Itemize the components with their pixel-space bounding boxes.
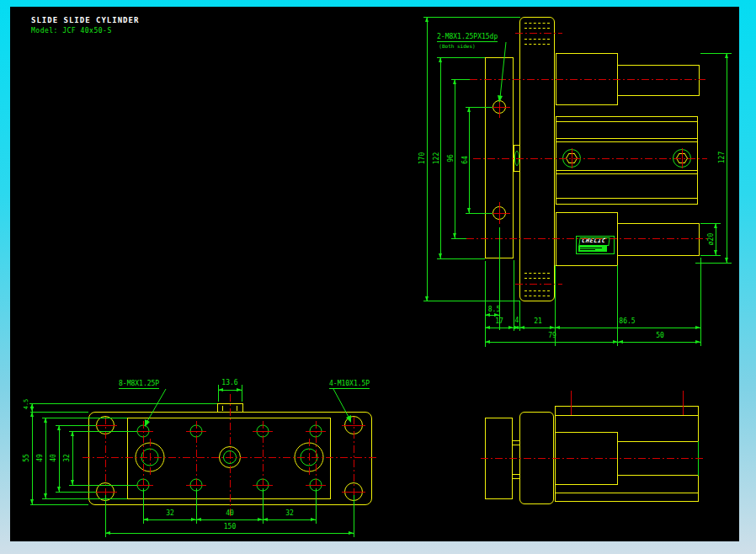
crosshair	[342, 492, 365, 493]
hidden-thread-line	[524, 278, 550, 279]
dim-line-8-5	[485, 315, 499, 316]
ext-line	[29, 403, 217, 404]
rod-line	[617, 441, 698, 442]
tab-line	[513, 445, 519, 445]
centerline-rod-top	[470, 79, 705, 80]
dim-line-32c	[263, 519, 316, 520]
dim-text: ø20	[708, 233, 715, 245]
hole-axis	[354, 417, 354, 502]
slide-table-outline	[519, 17, 555, 301]
crosshair	[499, 96, 500, 118]
hidden-thread-line	[524, 273, 550, 274]
dim-line-49	[45, 418, 46, 498]
crosshair	[186, 485, 206, 486]
dim-text: 4.5	[24, 399, 29, 410]
dim-line-55	[32, 412, 33, 504]
nameplate-text-bar	[578, 246, 607, 252]
dim-text: 8.5	[488, 306, 500, 313]
thread-callout: 2-M8X1.25PX15dp	[437, 34, 498, 42]
body-line	[556, 173, 697, 174]
dim-text: 64	[462, 156, 469, 164]
hole-axis	[105, 417, 106, 502]
dim-line-40b	[196, 519, 263, 520]
body-line	[556, 415, 698, 416]
ext-line	[30, 504, 88, 505]
piston-rod-top	[617, 65, 700, 96]
dim-line-21	[519, 328, 555, 328]
ext-line	[700, 223, 721, 224]
centerline-v	[230, 394, 231, 516]
ext-line	[466, 107, 492, 108]
port-axis	[571, 391, 572, 415]
ext-line	[42, 418, 127, 418]
dim-text: 13.6	[221, 380, 237, 386]
dim-line-40	[59, 425, 60, 492]
port-axis	[683, 391, 684, 415]
model-label: Model: JCF 40x50-S	[31, 28, 112, 35]
dim-text: 32	[64, 454, 71, 462]
ext-line	[56, 492, 96, 493]
crosshair	[342, 425, 365, 426]
ext-line	[423, 17, 520, 18]
dim-text: 32	[166, 510, 174, 517]
crosshair	[186, 431, 206, 432]
piston-rod-low	[617, 223, 700, 256]
dim-line-86-5	[555, 328, 700, 328]
crosshair	[253, 485, 273, 486]
bore-axis	[309, 439, 310, 477]
ext-line	[423, 301, 520, 301]
body-line	[556, 170, 697, 171]
dim-line-170	[427, 17, 428, 301]
ext-line	[700, 255, 721, 256]
dim-text: 86.5	[619, 318, 635, 325]
dim-text: 122	[434, 152, 440, 164]
tab-line	[513, 440, 519, 441]
centerline-rod-low	[466, 238, 709, 239]
centerline	[515, 33, 562, 34]
dim-line-17	[485, 328, 514, 328]
body-line	[556, 138, 697, 139]
ext-line	[69, 485, 137, 486]
dim-text: 40	[51, 454, 57, 462]
ext-line	[617, 265, 618, 346]
dim-line-32	[72, 431, 73, 485]
crosshair	[306, 431, 326, 432]
crosshair	[93, 425, 117, 426]
crosshair	[253, 431, 273, 432]
m8-callout: 8-M8X1.25P	[119, 381, 159, 389]
notch-mark	[237, 406, 237, 411]
dim-line-96	[455, 79, 455, 238]
ext-line	[354, 495, 354, 537]
dim-text: 32	[285, 510, 294, 517]
m10-callout: 4-M10X1.5P	[329, 381, 370, 389]
drawing-canvas: SLIDE SLIDE CYLINDER Model: JCF 40x50-S	[10, 7, 739, 541]
drawing-title: SLIDE SLIDE CYLINDER	[31, 17, 139, 24]
thread-note: (Both sides)	[439, 44, 475, 49]
dim-text: 50	[656, 333, 664, 339]
ext-line	[451, 79, 470, 80]
dim-line-122	[440, 57, 441, 258]
body-line	[556, 493, 698, 493]
crosshair	[93, 492, 117, 493]
hidden-thread-line	[524, 290, 550, 291]
dim-line-150	[105, 533, 354, 534]
ext-line	[437, 57, 485, 58]
ext-line	[466, 213, 492, 214]
tab-line	[513, 474, 519, 475]
dim-line-13-6	[218, 390, 242, 391]
dim-line-32a	[143, 519, 196, 520]
dim-text: 40	[226, 510, 234, 517]
dim-line-4	[514, 328, 519, 328]
notch-mark	[222, 406, 223, 411]
ext-line	[700, 258, 701, 346]
hidden-thread-line	[524, 296, 550, 296]
dim-line-50	[618, 342, 700, 343]
ext-line	[30, 412, 88, 413]
dim-text: 21	[534, 318, 542, 325]
dim-text: 150	[224, 524, 236, 530]
body-line	[556, 141, 697, 142]
bore-axis	[150, 439, 151, 477]
centerline-h	[83, 457, 379, 458]
cad-viewport: SLIDE SLIDE CYLINDER Model: JCF 40x50-S	[0, 0, 756, 554]
ext-line	[56, 425, 96, 426]
